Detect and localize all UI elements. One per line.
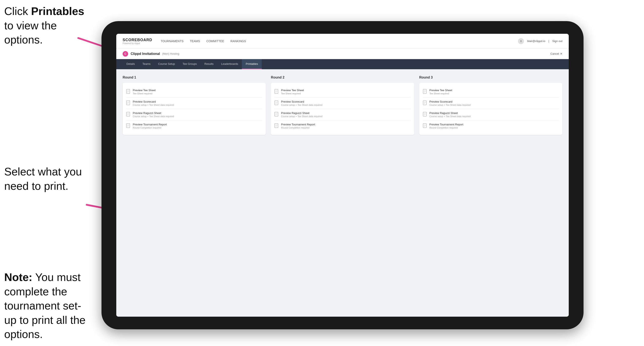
- round-1-scorecard-subtitle: Course setup + Tee Sheet data required: [133, 104, 174, 106]
- tab-bar: Details Teams Course Setup Tee Groups Re…: [116, 59, 569, 69]
- round-2-raguzzi-title: Preview Raguzzi Sheet: [281, 111, 322, 115]
- round-3-title: Round 3: [419, 76, 562, 79]
- round-3-raguzzi-text: Preview Raguzzi Sheet Course setup + Tee…: [430, 111, 471, 118]
- round-3-tournament-report-text: Preview Tournament Report Round Completi…: [430, 123, 464, 129]
- annotation-bottom: Note: You must complete the tournament s…: [4, 270, 93, 342]
- tablet-screen: SCOREBOARD Powered by clippd TOURNAMENTS…: [116, 34, 569, 317]
- annotation-bold-printables: Printables: [31, 5, 84, 17]
- round-2-tee-sheet-title: Preview Tee Sheet: [281, 89, 304, 92]
- round-1-column: Round 1: [123, 76, 266, 135]
- round-1-tee-sheet-text: Preview Tee Sheet Tee Sheet required: [133, 89, 156, 95]
- scorecard-icon-r3: [423, 101, 427, 106]
- round-3-tournament-report-subtitle: Round Completion required: [430, 127, 464, 129]
- round-2-tee-sheet-subtitle: Tee Sheet required: [281, 92, 304, 95]
- round-1-raguzzi[interactable]: Preview Raguzzi Sheet Course setup + Tee…: [126, 109, 262, 120]
- tournament-icon: C: [123, 51, 128, 57]
- raguzzi-icon-r3: [423, 112, 427, 117]
- cancel-x-icon: ✕: [560, 52, 562, 55]
- annotation-top: Click Printables to view the options.: [4, 4, 84, 47]
- logo-title: SCOREBOARD: [123, 38, 152, 42]
- round-2-scorecard-title: Preview Scorecard: [281, 100, 322, 103]
- round-1-scorecard-text: Preview Scorecard Course setup + Tee She…: [133, 100, 174, 106]
- tee-sheet-icon-r2: [274, 89, 279, 95]
- tee-sheet-icon-r1: [126, 89, 131, 95]
- round-2-raguzzi-text: Preview Raguzzi Sheet Course setup + Tee…: [281, 111, 322, 118]
- round-3-tournament-report[interactable]: Preview Tournament Report Round Completi…: [423, 120, 559, 132]
- round-2-scorecard-subtitle: Course setup + Tee Sheet data required: [281, 104, 322, 106]
- tab-tee-groups[interactable]: Tee Groups: [179, 59, 201, 69]
- round-1-tournament-report-title: Preview Tournament Report: [133, 123, 167, 126]
- tab-teams[interactable]: Teams: [139, 59, 154, 69]
- round-1-tournament-report-text: Preview Tournament Report Round Completi…: [133, 123, 167, 129]
- tab-leaderboards[interactable]: Leaderboards: [217, 59, 242, 69]
- tab-results[interactable]: Results: [201, 59, 217, 69]
- cancel-button[interactable]: Cancel ✕: [550, 52, 562, 55]
- round-2-column: Round 2 Preview Tee Sheet Tee Sheet requ…: [271, 76, 414, 135]
- annotation-middle: Select what you need to print.: [4, 165, 84, 193]
- round-1-tournament-report-subtitle: Round Completion required: [133, 127, 167, 129]
- round-2-title: Round 2: [271, 76, 414, 79]
- round-3-scorecard[interactable]: Preview Scorecard Course setup + Tee She…: [423, 98, 559, 109]
- round-2-tournament-report-title: Preview Tournament Report: [281, 123, 315, 126]
- round-2-scorecard[interactable]: Preview Scorecard Course setup + Tee She…: [274, 98, 410, 109]
- round-1-tee-sheet-title: Preview Tee Sheet: [133, 89, 156, 92]
- nav-teams[interactable]: TEAMS: [190, 38, 200, 44]
- raguzzi-icon-r1: [126, 112, 131, 117]
- round-3-raguzzi-subtitle: Course setup + Tee Sheet data required: [430, 115, 471, 118]
- tablet: SCOREBOARD Powered by clippd TOURNAMENTS…: [102, 21, 584, 329]
- round-3-scorecard-subtitle: Course setup + Tee Sheet data required: [430, 104, 471, 106]
- round-2-raguzzi[interactable]: Preview Raguzzi Sheet Course setup + Tee…: [274, 109, 410, 120]
- tab-course-setup[interactable]: Course Setup: [154, 59, 179, 69]
- separator: |: [548, 39, 549, 43]
- round-3-raguzzi[interactable]: Preview Raguzzi Sheet Course setup + Tee…: [423, 109, 559, 120]
- sign-out-link[interactable]: Sign out: [552, 39, 562, 43]
- raguzzi-icon-r2: [274, 112, 279, 117]
- annotation-note-bold: Note:: [4, 271, 32, 283]
- round-3-column: Round 3 Preview Tee Sheet Tee Sheet requ…: [419, 76, 562, 135]
- round-1-raguzzi-text: Preview Raguzzi Sheet Course setup + Tee…: [133, 111, 174, 118]
- round-3-card: Preview Tee Sheet Tee Sheet required Pre…: [419, 83, 562, 135]
- logo-sub: Powered by clippd: [123, 42, 152, 44]
- tab-printables[interactable]: Printables: [242, 59, 262, 69]
- top-nav-right: B blair@clippd.io | Sign out: [518, 38, 562, 44]
- tee-sheet-icon-r3: [423, 89, 427, 95]
- round-2-tee-sheet[interactable]: Preview Tee Sheet Tee Sheet required: [274, 86, 410, 98]
- round-1-scorecard[interactable]: Preview Scorecard Course setup + Tee She…: [126, 98, 262, 109]
- round-1-raguzzi-subtitle: Course setup + Tee Sheet data required: [133, 115, 174, 118]
- round-2-tournament-report-subtitle: Round Completion required: [281, 127, 315, 129]
- round-3-tee-sheet-text: Preview Tee Sheet Tee Sheet required: [430, 89, 452, 95]
- round-3-tee-sheet-subtitle: Tee Sheet required: [430, 92, 452, 95]
- nav-tournaments[interactable]: TOURNAMENTS: [161, 38, 184, 44]
- tournament-name: Clippd Invitational: [131, 52, 160, 56]
- round-2-scorecard-text: Preview Scorecard Course setup + Tee She…: [281, 100, 322, 106]
- nav-committee[interactable]: COMMITTEE: [206, 38, 224, 44]
- tab-details[interactable]: Details: [123, 59, 139, 69]
- round-3-tournament-report-title: Preview Tournament Report: [430, 123, 464, 126]
- nav-rankings[interactable]: RANKINGS: [230, 38, 246, 44]
- round-3-scorecard-text: Preview Scorecard Course setup + Tee She…: [430, 100, 471, 106]
- sub-header: C Clippd Invitational (Men) Hosting Canc…: [116, 48, 569, 59]
- round-2-raguzzi-subtitle: Course setup + Tee Sheet data required: [281, 115, 322, 118]
- top-nav-links: TOURNAMENTS TEAMS COMMITTEE RANKINGS: [161, 38, 518, 44]
- round-1-raguzzi-title: Preview Raguzzi Sheet: [133, 111, 174, 115]
- round-2-tournament-report-text: Preview Tournament Report Round Completi…: [281, 123, 315, 129]
- tournament-meta: (Men) Hosting: [162, 52, 180, 55]
- round-3-tee-sheet[interactable]: Preview Tee Sheet Tee Sheet required: [423, 86, 559, 98]
- round-1-card: Preview Tee Sheet Tee Sheet required: [123, 83, 266, 135]
- tournament-report-icon-r1: [126, 123, 131, 129]
- round-1-title: Round 1: [123, 76, 266, 79]
- round-1-tee-sheet-subtitle: Tee Sheet required: [133, 92, 156, 95]
- round-2-tee-sheet-text: Preview Tee Sheet Tee Sheet required: [281, 89, 304, 95]
- round-1-tournament-report[interactable]: Preview Tournament Report Round Completi…: [126, 120, 262, 132]
- scorecard-icon-r1: [126, 101, 131, 106]
- round-1-tee-sheet[interactable]: Preview Tee Sheet Tee Sheet required: [126, 86, 262, 98]
- top-nav: SCOREBOARD Powered by clippd TOURNAMENTS…: [116, 34, 569, 48]
- scorecard-icon-r2: [274, 101, 279, 106]
- scoreboard-logo: SCOREBOARD Powered by clippd: [123, 38, 152, 44]
- round-3-tee-sheet-title: Preview Tee Sheet: [430, 89, 452, 92]
- user-avatar: B: [518, 38, 524, 44]
- tournament-report-icon-r3: [423, 123, 427, 129]
- round-2-tournament-report[interactable]: Preview Tournament Report Round Completi…: [274, 120, 410, 132]
- user-email: blair@clippd.io: [527, 39, 545, 43]
- round-3-scorecard-title: Preview Scorecard: [430, 100, 471, 103]
